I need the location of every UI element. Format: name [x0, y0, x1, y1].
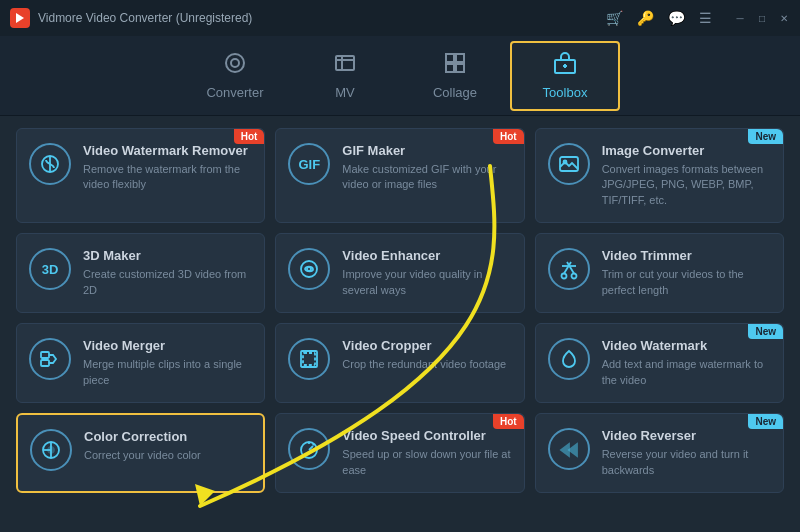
svg-point-25 [48, 447, 54, 453]
svg-marker-31 [561, 444, 569, 456]
maximize-button[interactable]: □ [756, 12, 768, 24]
tool-desc-gif-maker: Make customized GIF with your video or i… [342, 162, 511, 193]
tab-toolbox[interactable]: Toolbox [510, 41, 620, 111]
tool-icon-color-correction [30, 429, 72, 471]
svg-point-1 [226, 54, 244, 72]
tool-text-color-correction: Color Correction Correct your video colo… [84, 429, 251, 463]
tool-icon-video-watermark-remover [29, 143, 71, 185]
tool-title-color-correction: Color Correction [84, 429, 251, 444]
tool-title-video-reverser: Video Reverser [602, 428, 771, 443]
svg-point-2 [231, 59, 239, 67]
tool-card-3d-maker[interactable]: 3D 3D Maker Create customized 3D video f… [16, 233, 265, 313]
key-icon[interactable]: 🔑 [637, 10, 654, 26]
svg-rect-20 [41, 352, 49, 358]
tool-grid: Hot Video Watermark Remover Remove the w… [16, 128, 784, 493]
tool-desc-video-trimmer: Trim or cut your videos to the perfect l… [602, 267, 771, 298]
svg-rect-7 [456, 64, 464, 72]
tool-desc-color-correction: Correct your video color [84, 448, 251, 463]
svg-rect-6 [446, 64, 454, 72]
cart-icon[interactable]: 🛒 [606, 10, 623, 26]
tool-title-video-merger: Video Merger [83, 338, 252, 353]
tool-text-video-trimmer: Video Trimmer Trim or cut your videos to… [602, 248, 771, 298]
badge-gif-maker: Hot [493, 129, 524, 144]
toolbox-icon [553, 51, 577, 81]
tool-icon-3d-maker: 3D [29, 248, 71, 290]
tool-icon-video-watermark [548, 338, 590, 380]
tool-text-video-cropper: Video Cropper Crop the redundant video f… [342, 338, 511, 372]
tab-toolbox-label: Toolbox [543, 85, 588, 100]
tool-desc-video-enhancer: Improve your video quality in several wa… [342, 267, 511, 298]
tool-card-image-converter[interactable]: New Image Converter Convert images forma… [535, 128, 784, 223]
tool-text-image-converter: Image Converter Convert images formats b… [602, 143, 771, 208]
tab-converter[interactable]: Converter [180, 41, 290, 111]
badge-video-watermark: New [748, 324, 783, 339]
svg-point-15 [301, 261, 317, 277]
tool-desc-video-watermark-remover: Remove the watermark from the video flex… [83, 162, 252, 193]
tool-icon-image-converter [548, 143, 590, 185]
tool-text-gif-maker: GIF Maker Make customized GIF with your … [342, 143, 511, 193]
tool-title-video-watermark: Video Watermark [602, 338, 771, 353]
main-content: Hot Video Watermark Remover Remove the w… [0, 116, 800, 532]
svg-point-18 [571, 274, 576, 279]
tool-desc-3d-maker: Create customized 3D video from 2D [83, 267, 252, 298]
svg-rect-5 [456, 54, 464, 62]
svg-point-17 [561, 274, 566, 279]
title-bar-controls: 🛒 🔑 💬 ☰ ─ □ ✕ [606, 10, 790, 26]
tool-title-image-converter: Image Converter [602, 143, 771, 158]
tool-card-gif-maker[interactable]: Hot GIF GIF Maker Make customized GIF wi… [275, 128, 524, 223]
svg-rect-22 [303, 353, 315, 365]
tool-desc-image-converter: Convert images formats between JPG/JPEG,… [602, 162, 771, 208]
tool-card-video-watermark[interactable]: New Video Watermark Add text and image w… [535, 323, 784, 403]
tool-card-video-merger[interactable]: Video Merger Merge multiple clips into a… [16, 323, 265, 403]
tool-desc-video-speed-controller: Speed up or slow down your file at ease [342, 447, 511, 478]
svg-line-28 [313, 444, 314, 446]
tool-text-video-reverser: Video Reverser Reverse your video and tu… [602, 428, 771, 478]
svg-point-16 [307, 267, 311, 271]
tab-collage[interactable]: Collage [400, 41, 510, 111]
tab-mv[interactable]: MV [290, 41, 400, 111]
tool-icon-video-reverser [548, 428, 590, 470]
close-button[interactable]: ✕ [778, 12, 790, 24]
tool-icon-video-cropper [288, 338, 330, 380]
app-logo [10, 8, 30, 28]
tool-card-video-reverser[interactable]: New Video Reverser Reverse your video an… [535, 413, 784, 493]
tool-title-gif-maker: GIF Maker [342, 143, 511, 158]
badge-video-reverser: New [748, 414, 783, 429]
tool-card-video-watermark-remover[interactable]: Hot Video Watermark Remover Remove the w… [16, 128, 265, 223]
tool-card-video-enhancer[interactable]: Video Enhancer Improve your video qualit… [275, 233, 524, 313]
chat-icon[interactable]: 💬 [668, 10, 685, 26]
tool-icon-video-speed-controller [288, 428, 330, 470]
svg-marker-30 [569, 444, 577, 456]
svg-marker-0 [16, 13, 24, 23]
tool-card-video-cropper[interactable]: Video Cropper Crop the redundant video f… [275, 323, 524, 403]
tool-text-video-merger: Video Merger Merge multiple clips into a… [83, 338, 252, 388]
tool-desc-video-cropper: Crop the redundant video footage [342, 357, 511, 372]
nav-bar: Converter MV Collage [0, 36, 800, 116]
title-bar-left: Vidmore Video Converter (Unregistered) [10, 8, 252, 28]
tool-icon-gif-maker: GIF [288, 143, 330, 185]
tool-title-video-trimmer: Video Trimmer [602, 248, 771, 263]
tool-desc-video-merger: Merge multiple clips into a single piece [83, 357, 252, 388]
svg-line-29 [309, 446, 313, 450]
tab-collage-label: Collage [433, 85, 477, 100]
tool-desc-video-reverser: Reverse your video and turn it backwards [602, 447, 771, 478]
converter-icon [223, 51, 247, 81]
app-title: Vidmore Video Converter (Unregistered) [38, 11, 252, 25]
svg-rect-21 [41, 360, 49, 366]
tool-text-3d-maker: 3D Maker Create customized 3D video from… [83, 248, 252, 298]
badge-video-speed-controller: Hot [493, 414, 524, 429]
tool-desc-video-watermark: Add text and image watermark to the vide… [602, 357, 771, 388]
mv-icon [333, 51, 357, 81]
tool-card-color-correction[interactable]: Color Correction Correct your video colo… [16, 413, 265, 493]
tab-mv-label: MV [335, 85, 355, 100]
menu-icon[interactable]: ☰ [699, 10, 712, 26]
tool-title-video-enhancer: Video Enhancer [342, 248, 511, 263]
tool-card-video-trimmer[interactable]: Video Trimmer Trim or cut your videos to… [535, 233, 784, 313]
title-bar: Vidmore Video Converter (Unregistered) 🛒… [0, 0, 800, 36]
tool-title-video-speed-controller: Video Speed Controller [342, 428, 511, 443]
tool-card-video-speed-controller[interactable]: Hot Video Speed Controller Speed up or s… [275, 413, 524, 493]
svg-rect-4 [446, 54, 454, 62]
tool-icon-video-trimmer [548, 248, 590, 290]
tool-title-video-watermark-remover: Video Watermark Remover [83, 143, 252, 158]
minimize-button[interactable]: ─ [734, 12, 746, 24]
